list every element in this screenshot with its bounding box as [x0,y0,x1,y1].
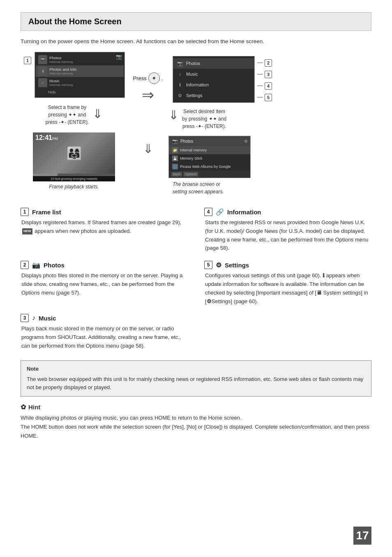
playback-caption: 10 fast-growing emerging markets [33,176,115,181]
section-2-icon: 📷 [32,261,40,269]
section-4-header: 4 🔗 Information [204,208,371,216]
badge-3: 3 [265,71,272,78]
playback-progress-bar [33,174,115,176]
hint-title: Hint [28,404,40,411]
hint-line-1: While displaying photos or playing music… [21,413,371,422]
bs-ms-icon: 💾 [172,155,178,161]
hs-music-label: Music [49,79,73,83]
select-left-label: Select a frame bypressing ✦✦ andpress -✦… [46,104,89,126]
section-4-body: Starts the registered RSS or news provid… [204,218,371,253]
hs-music-sub: Internal memory [49,83,73,87]
browse-header: 📷 Photos ⚙ [169,136,250,146]
page-header: About the Home Screen [21,12,371,31]
section-music: 3 ♪ Music Plays back music stored in the… [21,314,188,350]
hs-item-photos-info: ℹ Photos and info Internal memory [36,65,124,77]
hm-music-icon: ♪ [176,70,184,78]
bs-picasa: 🌐 Picasa Web Albums by Google [169,162,250,171]
playback-people-icon: 👨‍👩‍👧 [67,146,82,160]
section-5-icon: ⚙ [216,261,221,269]
section-4-title: Information [227,209,261,216]
hs-item-music: ♪ Music Internal memory [36,77,124,88]
right-arrow: ⇒ [142,86,154,104]
hint-icon: ✿ [21,403,26,411]
browse-title: Photos [180,139,193,144]
bs-picasa-label: Picasa Web Albums by Google [180,165,231,169]
section-1-header: 1 Frame list [21,208,188,216]
home-menu-screen: 📷 Photos ♪ Music ℹ Information ⚙ Setting… [173,56,255,103]
hm-info: ℹ Information [173,79,254,90]
playback-photo: 👨‍👩‍👧 12:41PM [33,132,115,174]
section-5-header: 5 ⚙ Settings [204,261,371,269]
camera-top-icon: 📷 [116,54,122,60]
bs-internal-icon: 📁 [172,147,178,153]
new-badge: NEW [22,228,32,234]
hm-music-label: Music [186,72,251,77]
section-2-header: 2 📷 Photos [21,261,188,269]
section-5-title: Settings [225,262,249,269]
hm-settings-icon: ⚙ [176,92,184,99]
hm-settings: ⚙ Settings [173,90,254,101]
hs-photos-label: Photos [49,56,73,60]
hs-help: Help [36,88,124,96]
section-2-body: Displays photo files stored in the memor… [21,272,188,297]
section-3-header: 3 ♪ Music [21,314,188,322]
hs-photos-sub: Internal memory [49,60,73,64]
hm-info-icon: ℹ [176,81,184,88]
section-3-title: Music [39,315,56,322]
press-label: Press [133,75,147,81]
home-menu-mockup: 📷 Photos ♪ Music ℹ Information ⚙ Setting… [173,56,255,103]
browse-options-btn[interactable]: Options [184,172,198,176]
section-photos: 2 📷 Photos Displays photo files stored i… [21,261,188,306]
badge-4: 4 [265,82,272,90]
hs-music-icon: ♪ [38,78,47,87]
playback-time: 12:41PM [35,134,58,142]
playback-screen: 👨‍👩‍👧 12:41PM 10 fast-growing emerging m… [33,132,115,181]
press-dot: . [161,75,163,81]
section-settings: 5 ⚙ Settings Configures various settings… [204,261,371,306]
badge-1: 1 [24,57,31,64]
intro-text: Turning on the power opens the Home scre… [21,38,371,44]
down-arrow-left: ⇓ [92,107,103,121]
playback-bar-fill [33,174,58,176]
press-button[interactable]: ✦ [148,72,160,84]
browse-back-btn[interactable]: Back [171,172,182,176]
hm-settings-label: Settings [186,93,251,98]
middle-panel: Press ✦ . ⇒ ⇓ [127,52,168,158]
bs-picasa-icon: 🌐 [172,164,178,169]
hm-photos-label: Photos [186,61,251,66]
browse-screen-label: The browse screen orsetting screen appea… [173,181,251,195]
down-arrow-right: ⇓ [168,108,179,122]
hm-photos-icon: 📷 [176,60,184,67]
section-5-body: Configures various settings of this unit… [204,272,371,306]
select-right-label: Select desired itemby pressing ✦✦ andpre… [182,108,226,130]
section-2-title: Photos [44,262,65,269]
note-label: Note [27,365,365,374]
hs-info-icon: ℹ [38,67,47,76]
section-3-body: Plays back music stored in the memory or… [21,325,188,350]
browse-options-icon: ⚙ [244,139,248,144]
section-1-body: Displays registered frames. If Shared fr… [21,218,188,236]
left-panel: 1 📷 📷 Photos Internal memory ℹ [21,52,127,190]
section-2-num: 2 [21,261,29,269]
page-title: About the Home Screen [28,17,364,26]
right-panel: 📷 Photos ♪ Music ℹ Information ⚙ Setting… [168,52,300,195]
hint-line-2: The HOME button does not work while the … [21,422,371,441]
hint-section: ✿ Hint While displaying photos or playin… [21,403,371,441]
hm-music: ♪ Music [173,69,254,79]
hm-info-label: Information [186,82,251,87]
section-information: 4 🔗 Information Starts the registered RS… [204,208,371,253]
hint-body: While displaying photos or playing music… [21,413,371,441]
playback-ampm: PM [52,137,58,141]
page-number: 17 [353,527,371,545]
section-5-num: 5 [204,261,212,269]
section-1-title: Frame list [32,209,61,216]
section-4-num: 4 [204,208,212,216]
hs-item-photos: 📷 Photos Internal memory [36,54,124,65]
home-screen: 📷 📷 Photos Internal memory ℹ Photos and … [35,52,125,97]
section-3-icon: ♪ [32,314,35,322]
bs-internal: 📁 Internal memory [169,146,250,154]
hint-header: ✿ Hint [21,403,371,411]
badge-2: 2 [265,59,272,67]
browse-photos-icon: 📷 [171,137,179,145]
home-screen-mockup: 📷 📷 Photos Internal memory ℹ Photos and … [35,52,125,98]
